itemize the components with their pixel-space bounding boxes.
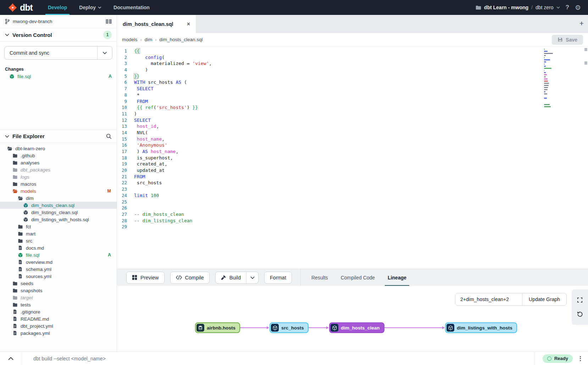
tree-item[interactable]: src xyxy=(0,237,117,244)
code-line[interactable]: 23 xyxy=(117,186,588,192)
tree-item[interactable]: macros xyxy=(0,180,117,187)
breadcrumb-models[interactable]: models xyxy=(122,37,138,42)
close-icon[interactable]: × xyxy=(187,21,190,27)
breadcrumb-dim[interactable]: dim xyxy=(145,37,152,42)
tree-item[interactable]: docs.md xyxy=(0,244,117,251)
code-line[interactable]: 12SELECT xyxy=(117,117,588,124)
tree-item[interactable]: README.md xyxy=(0,315,117,322)
code-line[interactable]: 14 NVL( xyxy=(117,130,588,136)
tree-item[interactable]: target xyxy=(0,294,117,301)
tree-item[interactable]: .github xyxy=(0,152,117,159)
kebab-menu-icon[interactable] xyxy=(578,355,582,363)
tree-item[interactable]: dbt-learn-zero xyxy=(0,145,117,152)
tree-item[interactable]: tests xyxy=(0,301,117,308)
code-line[interactable]: 5}} xyxy=(117,73,588,80)
chevron-up-icon[interactable] xyxy=(0,352,22,365)
tab-results[interactable]: Results xyxy=(305,269,334,286)
code-line[interactable]: 8 * xyxy=(117,92,588,98)
tree-item[interactable]: seeds xyxy=(0,280,117,287)
code-line[interactable]: 3 materialized = 'view', xyxy=(117,60,588,67)
changed-file[interactable]: file.sqlA xyxy=(0,72,117,80)
code-line[interactable]: 24limit 100 xyxy=(117,192,588,199)
tree-item[interactable]: analyses xyxy=(0,159,117,166)
build-button[interactable]: Build xyxy=(216,272,246,283)
code-line[interactable]: 1{{ xyxy=(117,48,588,54)
tree-item[interactable]: dim xyxy=(0,195,117,202)
tree-item[interactable]: .gitignore xyxy=(0,308,117,315)
tree-item[interactable]: logs xyxy=(0,173,117,180)
project-switcher[interactable]: dbt Learn - mwong / dbt zero xyxy=(476,5,560,10)
lineage-node[interactable]: airbnb.hosts xyxy=(195,322,240,333)
code-line[interactable]: 20 updated_at xyxy=(117,167,588,174)
tree-item[interactable]: fct xyxy=(0,223,117,230)
tree-item[interactable]: dim_listings_clean.sql xyxy=(0,209,117,216)
code-line[interactable]: 21FROM xyxy=(117,174,588,180)
update-graph-button[interactable]: Update Graph xyxy=(522,293,566,305)
tree-item[interactable]: dbt_project.yml xyxy=(0,322,117,329)
lineage-node[interactable]: dim_listings_with_hosts xyxy=(445,322,517,333)
branch-name: mwong-dev-branch xyxy=(13,19,52,24)
fullscreen-icon[interactable] xyxy=(577,297,583,303)
code-line[interactable]: 17 ) AS host_name, xyxy=(117,148,588,155)
nav-documentation[interactable]: Documentation xyxy=(107,0,156,15)
format-button[interactable]: Format xyxy=(264,272,292,284)
build-options-button[interactable] xyxy=(246,272,258,283)
code-line[interactable]: 25 xyxy=(117,199,588,205)
commit-options-button[interactable] xyxy=(97,47,112,59)
preview-button[interactable]: Preview xyxy=(126,272,165,284)
tree-item[interactable]: dim_hosts_clean.sql xyxy=(0,202,117,209)
code-line[interactable]: 2 config( xyxy=(117,54,588,61)
tree-item[interactable]: file.sqlA xyxy=(0,251,117,258)
lineage-selector-input[interactable] xyxy=(455,293,522,305)
dbt-logo[interactable]: dbt xyxy=(0,0,42,15)
gear-icon[interactable]: ⚙ xyxy=(575,4,581,12)
help-icon[interactable]: ? xyxy=(565,4,570,11)
code-line[interactable]: 26 xyxy=(117,205,588,211)
nav-deploy[interactable]: Deploy xyxy=(73,0,107,15)
tree-item[interactable]: snapshots xyxy=(0,287,117,294)
tree-item[interactable]: overview.md xyxy=(0,258,117,266)
code-line[interactable]: 27-- dim_hosts_clean xyxy=(117,211,588,218)
editor-tab[interactable]: dim_hosts_clean.sql × xyxy=(117,15,196,33)
code-line[interactable]: 19 created_at, xyxy=(117,161,588,167)
code-line[interactable]: 6WITH src_hosts AS ( xyxy=(117,79,588,86)
code-line[interactable]: 16 'Anonymous' xyxy=(117,142,588,148)
code-line[interactable]: 18 is_superhost, xyxy=(117,155,588,161)
tree-item[interactable]: schema.yml xyxy=(0,266,117,273)
commit-and-sync-button[interactable]: Commit and sync xyxy=(4,46,112,60)
lineage-node[interactable]: src_hosts xyxy=(270,322,309,333)
code-line[interactable]: 11) xyxy=(117,111,588,117)
nav-develop[interactable]: Develop xyxy=(42,0,73,15)
breadcrumb-file[interactable]: dim_hosts_clean.sql xyxy=(159,37,203,42)
branch-row[interactable]: mwong-dev-branch xyxy=(0,15,117,28)
tree-item[interactable]: dim_listings_with_hosts.sql xyxy=(0,216,117,223)
code-line[interactable]: 9 FROM xyxy=(117,98,588,105)
tab-compiled-code[interactable]: Compiled Code xyxy=(334,269,382,286)
code-line[interactable]: 7 SELECT xyxy=(117,86,588,92)
file-explorer-header[interactable]: File Explorer xyxy=(0,130,117,143)
new-tab-button[interactable]: + xyxy=(579,19,584,28)
code-editor[interactable]: 1{{2 config(3 materialized = 'view',4 )5… xyxy=(117,47,588,269)
compile-button[interactable]: Compile xyxy=(170,272,210,284)
save-button[interactable]: Save xyxy=(552,35,583,45)
version-control-header[interactable]: Version Control 1 xyxy=(0,28,117,42)
tree-item[interactable]: mart xyxy=(0,230,117,237)
code-line[interactable]: 28-- dim_listings_clean xyxy=(117,218,588,224)
code-line[interactable]: 22 src_hosts xyxy=(117,180,588,186)
tree-item[interactable]: modelsM xyxy=(0,187,117,195)
reset-view-icon[interactable] xyxy=(577,311,583,317)
tree-item[interactable]: packages.yml xyxy=(0,329,117,337)
code-line[interactable]: 10 {{ ref('src_hosts') }} xyxy=(117,104,588,111)
tab-lineage[interactable]: Lineage xyxy=(381,269,413,286)
code-line[interactable]: 15 host_name, xyxy=(117,136,588,142)
command-input[interactable]: dbt build --select <model_name> xyxy=(22,356,534,361)
search-icon[interactable] xyxy=(106,134,112,139)
tree-item[interactable]: sources.yml xyxy=(0,273,117,280)
code-line[interactable]: 29 xyxy=(117,224,588,230)
code-line[interactable]: 4 ) xyxy=(117,67,588,73)
lineage-canvas[interactable]: Update Graph xyxy=(117,286,588,352)
code-line[interactable]: 13 host_id, xyxy=(117,123,588,130)
tree-item[interactable]: dbt_packages xyxy=(0,166,117,173)
lineage-node[interactable]: dim_hosts_clean xyxy=(329,322,384,333)
split-view-icon[interactable] xyxy=(106,19,112,24)
